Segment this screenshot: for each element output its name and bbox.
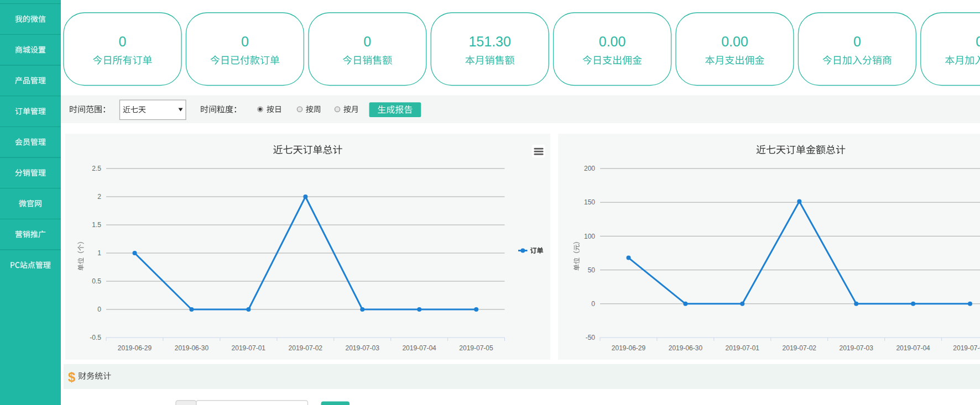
svg-text:2019-06-30: 2019-06-30 <box>175 344 209 352</box>
svg-text:2019-07-03: 2019-07-03 <box>840 344 874 352</box>
svg-text:0: 0 <box>363 34 371 49</box>
svg-text:2019-07-03: 2019-07-03 <box>346 344 380 352</box>
svg-text:0: 0 <box>853 34 861 49</box>
svg-text:151.30: 151.30 <box>468 34 510 49</box>
svg-text:2019-06-29: 2019-06-29 <box>118 344 152 352</box>
svg-text:2019-07-02: 2019-07-02 <box>783 344 817 352</box>
svg-text:2019-07-01: 2019-07-01 <box>232 344 266 352</box>
svg-text:2019-07-05: 2019-07-05 <box>953 344 980 352</box>
svg-text:1: 1 <box>97 249 101 257</box>
svg-text:2019-07-04: 2019-07-04 <box>402 344 436 352</box>
svg-text:2019-06-30: 2019-06-30 <box>669 344 703 352</box>
svg-text:200: 200 <box>584 165 595 172</box>
svg-text:-0.5: -0.5 <box>90 334 101 341</box>
svg-text:2019-07-04: 2019-07-04 <box>896 344 930 352</box>
svg-text:0: 0 <box>119 34 127 49</box>
svg-text:0.5: 0.5 <box>92 277 101 285</box>
svg-text:50: 50 <box>588 266 596 274</box>
svg-text:0.00: 0.00 <box>599 34 626 49</box>
svg-text:1.5: 1.5 <box>92 221 101 229</box>
svg-text:0: 0 <box>976 34 980 49</box>
svg-text:$: $ <box>68 370 76 385</box>
svg-text:0: 0 <box>591 300 595 308</box>
svg-text:100: 100 <box>584 233 595 240</box>
svg-text:2019-07-05: 2019-07-05 <box>459 344 493 352</box>
svg-text:150: 150 <box>584 198 595 206</box>
svg-text:2019-07-02: 2019-07-02 <box>289 344 323 352</box>
svg-text:2019-06-29: 2019-06-29 <box>612 344 646 352</box>
svg-text:0.00: 0.00 <box>721 34 748 49</box>
svg-text:2019-07-01: 2019-07-01 <box>726 344 760 352</box>
svg-text:2.5: 2.5 <box>92 165 101 172</box>
svg-text:0: 0 <box>97 306 101 313</box>
svg-text:-50: -50 <box>586 334 596 341</box>
svg-text:0: 0 <box>241 34 249 49</box>
svg-text:2: 2 <box>97 193 101 201</box>
